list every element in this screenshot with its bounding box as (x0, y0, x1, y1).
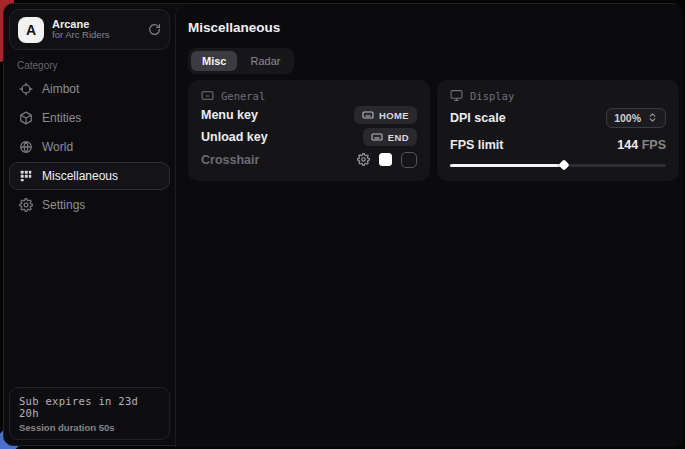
keyboard-icon (362, 109, 374, 121)
sidebar-item-label: Entities (42, 111, 81, 125)
menu-key-value: HOME (379, 110, 409, 121)
sidebar-item-label: Miscellaneous (42, 169, 118, 183)
sidebar-item-aimbot[interactable]: Aimbot (9, 75, 170, 103)
general-card-header: General (201, 89, 417, 102)
main-panel: Miscellaneous Misc Radar Gene (175, 4, 683, 447)
fps-unit: FPS (642, 138, 666, 152)
tab-radar[interactable]: Radar (239, 51, 291, 71)
crosshair-row: Crosshair (201, 149, 417, 171)
sidebar-item-miscellaneous[interactable]: Miscellaneous (9, 162, 170, 190)
app-window: A Arcane for Arc Riders Category (3, 3, 682, 446)
session-duration: Session duration 50s (19, 422, 160, 433)
display-card-title: Display (470, 90, 514, 102)
fps-limit-label: FPS limit (450, 138, 503, 152)
app-header-card: A Arcane for Arc Riders (9, 9, 170, 50)
crosshair-color-swatch[interactable] (379, 153, 392, 166)
general-card: General Menu key HOME (188, 80, 430, 181)
fps-number: 144 (617, 138, 638, 152)
subscription-card: Sub expires in 23d 20h Session duration … (9, 387, 170, 440)
gear-icon (19, 198, 33, 212)
dpi-scale-row: DPI scale 100% (450, 104, 666, 131)
crosshair-settings-icon[interactable] (357, 153, 370, 166)
subscription-expiry: Sub expires in 23d 20h (19, 395, 160, 419)
unload-key-value: END (388, 132, 409, 143)
screen: A Arcane for Arc Riders Category (0, 0, 685, 449)
crosshair-checkbox[interactable] (401, 152, 417, 168)
app-logo: A (18, 17, 44, 43)
sidebar-item-label: Aimbot (42, 82, 79, 96)
sidebar-item-entities[interactable]: Entities (9, 104, 170, 132)
fps-limit-slider[interactable] (450, 159, 666, 171)
chevron-up-down-icon (647, 112, 658, 123)
category-label: Category (17, 60, 58, 71)
display-card-header: Display (450, 89, 666, 102)
keyboard-icon (371, 131, 383, 143)
unload-key-bind-button[interactable]: END (363, 128, 417, 146)
fps-limit-row: FPS limit 144 FPS (450, 131, 666, 158)
display-card: Display DPI scale 100% (437, 80, 679, 181)
tab-bar: Misc Radar (188, 48, 294, 74)
keyboard-icon (201, 89, 214, 102)
unload-key-label: Unload key (201, 130, 268, 144)
crosshair-icon (19, 82, 33, 96)
crosshair-label: Crosshair (201, 153, 259, 167)
menu-key-bind-button[interactable]: HOME (354, 106, 417, 124)
tab-misc[interactable]: Misc (191, 51, 237, 71)
sidebar-nav: Aimbot Entities (9, 75, 170, 219)
cards-row: General Menu key HOME (188, 80, 679, 181)
monitor-icon (450, 89, 463, 102)
menu-key-row: Menu key HOME (201, 104, 417, 126)
page-title: Miscellaneous (188, 20, 280, 35)
crosshair-controls (357, 152, 417, 168)
app-titles: Arcane for Arc Riders (52, 18, 140, 42)
unload-key-row: Unload key END (201, 126, 417, 148)
dpi-scale-select[interactable]: 100% (606, 108, 666, 128)
fps-slider-thumb[interactable] (559, 159, 570, 170)
sidebar-item-label: Settings (42, 198, 85, 212)
dpi-scale-value: 100% (614, 112, 641, 124)
sidebar-item-label: World (42, 140, 73, 154)
sidebar-item-world[interactable]: World (9, 133, 170, 161)
sidebar-item-settings[interactable]: Settings (9, 191, 170, 219)
menu-key-label: Menu key (201, 108, 258, 122)
sync-icon[interactable] (148, 23, 161, 36)
dpi-scale-label: DPI scale (450, 111, 506, 125)
general-card-title: General (221, 90, 265, 102)
fps-limit-value: 144 FPS (617, 138, 666, 152)
sidebar: A Arcane for Arc Riders Category (4, 4, 175, 445)
app-subtitle: for Arc Riders (52, 30, 140, 41)
cube-icon (19, 111, 33, 125)
grip-icon (19, 169, 33, 183)
globe-icon (19, 140, 33, 154)
fps-slider-fill (450, 164, 564, 167)
